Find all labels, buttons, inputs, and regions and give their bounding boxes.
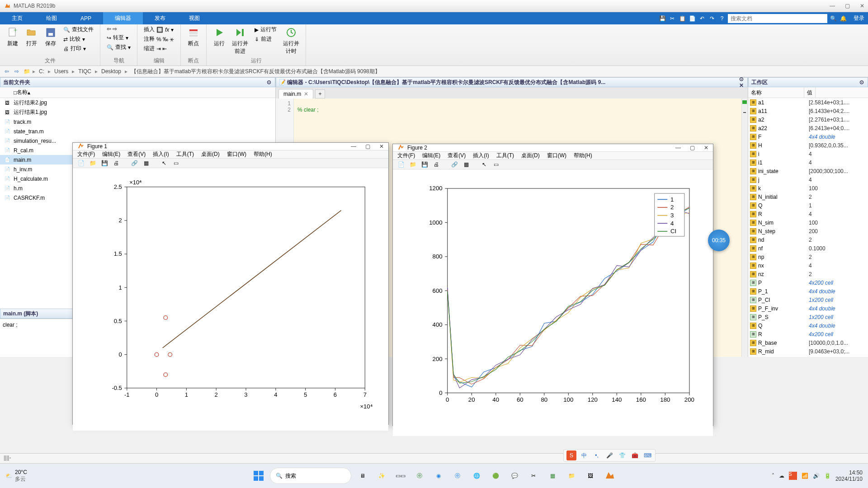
insert-button[interactable]: 插入 🔲 fx ▾ bbox=[142, 25, 176, 34]
app-explorer-icon[interactable]: 📁 bbox=[564, 468, 579, 483]
workspace-variable[interactable]: ⊞a1[2.5814e+03;1.... bbox=[748, 98, 868, 107]
figure-2-titlebar[interactable]: Figure 2 — ▢ ✕ bbox=[393, 144, 713, 152]
taskbar-search[interactable]: 🔍搜索 bbox=[270, 468, 351, 484]
menu-insert[interactable]: 插入(I) bbox=[153, 150, 169, 158]
app-excel-icon[interactable]: ▦ bbox=[545, 468, 560, 483]
workspace-variable[interactable]: ⊞i4 bbox=[748, 150, 868, 158]
run-button[interactable]: 运行 bbox=[211, 25, 227, 48]
workspace-variable[interactable]: ⊞k100 bbox=[748, 184, 868, 192]
panel-menu-icon[interactable]: ⊙ bbox=[859, 79, 865, 85]
file-item[interactable]: 📄state_tran.m bbox=[0, 127, 275, 136]
copy-icon[interactable]: 📋 bbox=[678, 14, 686, 23]
goto-button[interactable]: ↪转至 ▾ bbox=[105, 33, 132, 42]
breadcrumb[interactable]: C: bbox=[37, 68, 46, 75]
app-chrome-icon[interactable]: 🌐 bbox=[469, 468, 484, 483]
nav-back-icon[interactable]: ⇦ bbox=[3, 67, 11, 75]
find-button[interactable]: 🔍查找 ▾ bbox=[105, 43, 132, 52]
insert-legend-icon[interactable]: ▦ bbox=[462, 160, 471, 169]
run-time-button[interactable]: 运行并 计时 bbox=[281, 25, 301, 56]
run-advance-button[interactable]: 运行并 前进 bbox=[230, 25, 250, 56]
help-icon[interactable]: ? bbox=[718, 14, 726, 23]
workspace-variable[interactable]: ⊞F4x4 double bbox=[748, 132, 868, 141]
indent-button[interactable]: 缩进 ⇥ ⇤ bbox=[142, 44, 176, 53]
breadcrumb[interactable]: TIQC bbox=[76, 68, 93, 75]
menu-desktop[interactable]: 桌面(D) bbox=[521, 152, 540, 160]
menu-edit[interactable]: 编辑(E) bbox=[422, 152, 440, 160]
breadcrumb[interactable]: Desktop bbox=[99, 68, 123, 75]
folder-icon[interactable]: 📁 bbox=[23, 67, 31, 75]
menu-edit[interactable]: 编辑(E) bbox=[102, 150, 120, 158]
search-input[interactable] bbox=[728, 14, 827, 23]
search-icon[interactable]: 🔍 bbox=[829, 14, 837, 23]
tray-wifi-icon[interactable]: 📶 bbox=[802, 473, 808, 479]
panel-menu-icon[interactable]: ⊙ bbox=[266, 79, 272, 85]
menu-help[interactable]: 帮助(H) bbox=[254, 150, 272, 158]
menu-desktop[interactable]: 桌面(D) bbox=[201, 150, 220, 158]
maximize-icon[interactable]: ▢ bbox=[845, 3, 850, 9]
workspace-variable[interactable]: ⊞H[0.9362,0,0.35... bbox=[748, 141, 868, 150]
workspace-variable[interactable]: ⊞nz2 bbox=[748, 270, 868, 278]
data-cursor-icon[interactable]: ▭ bbox=[491, 160, 500, 169]
workspace-variable[interactable]: ⊞a11[6.1433e+04;2.... bbox=[748, 107, 868, 115]
save-icon[interactable]: 💾 bbox=[420, 160, 429, 169]
bell-icon[interactable]: 🔔 bbox=[839, 14, 847, 23]
tab-editor[interactable]: 编辑器 bbox=[103, 12, 143, 24]
app-photos-icon[interactable]: 🖼 bbox=[583, 468, 598, 483]
ime-voice-icon[interactable]: 🎤 bbox=[604, 450, 614, 460]
nav-fwd-icon[interactable]: ⇨ bbox=[13, 67, 21, 75]
ime-punct-icon[interactable]: •, bbox=[592, 450, 602, 460]
print-button[interactable]: 🖨打印 ▾ bbox=[61, 44, 95, 53]
tab-view[interactable]: 视图 bbox=[177, 12, 212, 24]
menu-insert[interactable]: 插入(I) bbox=[473, 152, 489, 160]
workspace-variable[interactable]: ⊞Q4x4 double bbox=[748, 321, 868, 330]
file-item[interactable]: 🖼运行结果1.jpg bbox=[0, 108, 275, 117]
open-icon[interactable]: 📁 bbox=[88, 159, 97, 168]
tab-publish[interactable]: 发布 bbox=[143, 12, 177, 24]
workspace-variable[interactable]: ⊞ini_state[2000;300;100... bbox=[748, 167, 868, 175]
ime-toolbox-icon[interactable]: 🧰 bbox=[630, 450, 640, 460]
workspace-variable[interactable]: ⊞radar_locati...[-3000,0;0,-300... bbox=[748, 356, 868, 357]
print-icon[interactable]: 🖨 bbox=[112, 159, 121, 168]
clock[interactable]: 14:50 2024/11/10 bbox=[835, 469, 863, 483]
undo-icon[interactable]: ↶ bbox=[698, 14, 706, 23]
app-edge-icon[interactable]: ◉ bbox=[431, 468, 446, 483]
timer-badge[interactable]: 00:35 bbox=[708, 230, 730, 251]
workspace-variable[interactable]: ⊞P_CI1x200 cell bbox=[748, 296, 868, 304]
link-icon[interactable]: 🔗 bbox=[450, 160, 459, 169]
maximize-icon[interactable]: ▢ bbox=[365, 143, 370, 150]
app-matlab-icon[interactable] bbox=[602, 468, 617, 483]
app-snip-icon[interactable]: ✂ bbox=[526, 468, 541, 483]
app-browser-icon[interactable]: ⓔ bbox=[450, 468, 465, 483]
workspace-variable[interactable]: ⊞R4x200 cell bbox=[748, 330, 868, 338]
figure-1-titlebar[interactable]: Figure 1 — ▢ ✕ bbox=[73, 143, 388, 150]
workspace-variable[interactable]: ⊞P_F_inv4x4 double bbox=[748, 304, 868, 313]
add-tab-button[interactable]: ＋ bbox=[315, 89, 325, 99]
app-desktop-icon[interactable]: 🖥 bbox=[355, 468, 370, 483]
redo-icon[interactable]: ↷ bbox=[708, 14, 716, 23]
editor-menu-icon[interactable]: ⊙ ✕ bbox=[738, 76, 745, 89]
tray-volume-icon[interactable]: 🔊 bbox=[813, 473, 820, 479]
save-icon[interactable]: 💾 bbox=[658, 14, 666, 23]
workspace-variable[interactable]: ⊞j4 bbox=[748, 175, 868, 184]
new-fig-icon[interactable]: 📄 bbox=[76, 159, 85, 168]
maximize-icon[interactable]: ▢ bbox=[690, 145, 695, 151]
print-icon[interactable]: 🖨 bbox=[432, 160, 441, 169]
menu-help[interactable]: 帮助(H) bbox=[574, 152, 592, 160]
workspace-variable[interactable]: ⊞P_S1x200 cell bbox=[748, 313, 868, 321]
new-button[interactable]: ＋新建 bbox=[5, 25, 21, 48]
ime-keyboard-icon[interactable]: ⌨ bbox=[642, 450, 652, 460]
minimize-icon[interactable]: — bbox=[675, 145, 681, 151]
workspace-variable[interactable]: ⊞i14 bbox=[748, 158, 868, 167]
tray-battery-icon[interactable]: 🔋 bbox=[824, 473, 831, 479]
app-taskview-icon[interactable]: ▭▭ bbox=[393, 468, 408, 483]
close-icon[interactable]: ✕ bbox=[379, 143, 384, 150]
new-fig-icon[interactable]: 📄 bbox=[396, 160, 406, 169]
nav-back-button[interactable]: ⇦ ⇨ bbox=[105, 25, 132, 33]
tab-plots[interactable]: 绘图 bbox=[34, 12, 69, 24]
insert-legend-icon[interactable]: ▦ bbox=[142, 159, 151, 168]
workspace-variable[interactable]: ⊞R_mid[9.0463e+03,0;... bbox=[748, 347, 868, 356]
workspace-variable[interactable]: ⊞a2[2.2761e+03;1.... bbox=[748, 115, 868, 124]
ime-toolbar[interactable]: S 中 •, 🎤 👕 🧰 ⌨ bbox=[563, 449, 656, 462]
start-button[interactable] bbox=[251, 468, 266, 483]
comment-button[interactable]: 注释 % ‰ ⚹ bbox=[142, 35, 176, 43]
